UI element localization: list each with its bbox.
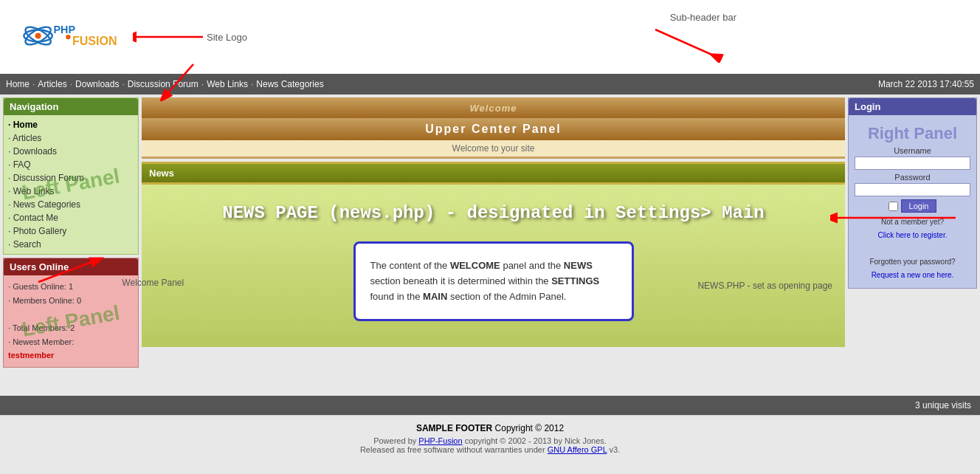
total-members: · Total Members: 2 bbox=[8, 321, 134, 335]
navigation-bar: Home · Articles · Downloads · Discussion… bbox=[0, 74, 980, 95]
nav-item-forum[interactable]: · Discussion Forum bbox=[8, 171, 134, 185]
unique-visits: 3 unique visits bbox=[915, 400, 971, 411]
right-panel-watermark: Right Panel bbox=[855, 121, 970, 146]
svg-text:PHP: PHP bbox=[53, 24, 75, 35]
logo-area: PHP FUSION bbox=[7, 8, 125, 66]
nav-item-newscategories[interactable]: · News Categories bbox=[8, 198, 134, 211]
newsphp-annotation: NEWS.PHP - set as opening page bbox=[697, 281, 832, 291]
news-content-area: NEWS PAGE (news.php) - designated in Set… bbox=[142, 185, 845, 347]
news-page-text: NEWS PAGE (news.php) - designated in Set… bbox=[149, 192, 838, 234]
logo-arrow bbox=[133, 26, 207, 48]
nav-item-articles[interactable]: · Articles bbox=[8, 131, 134, 145]
nav-item-downloads[interactable]: · Downloads bbox=[8, 145, 134, 158]
gnu-link[interactable]: GNU Affero GPL bbox=[548, 445, 607, 454]
right-panel: Login Right Panel Username Password Logi… bbox=[848, 97, 977, 289]
welcome-header: Welcome bbox=[142, 97, 845, 118]
password-input[interactable] bbox=[855, 183, 970, 196]
nav-item-search[interactable]: · Search bbox=[8, 238, 134, 251]
nav-item-contactme[interactable]: · Contact Me bbox=[8, 211, 134, 224]
newest-member: · Newest Member: testmember bbox=[8, 335, 134, 363]
newsphp-arrow bbox=[830, 196, 963, 240]
welcome-panel-annotation: Welcome Panel bbox=[31, 256, 184, 288]
nav-articles[interactable]: Articles bbox=[38, 79, 66, 89]
upper-center-panel-label: Upper Center Panel bbox=[142, 118, 845, 140]
nav-downloads[interactable]: Downloads bbox=[75, 79, 119, 89]
navigation-panel-header: Navigation bbox=[4, 98, 138, 115]
svg-line-11 bbox=[38, 260, 97, 282]
svg-line-8 bbox=[655, 30, 722, 59]
login-panel-header: Login bbox=[849, 98, 976, 115]
username-label: Username bbox=[855, 146, 970, 155]
nav-home[interactable]: Home bbox=[6, 79, 30, 89]
center-panel: Welcome Upper Center Panel Welcome to yo… bbox=[142, 97, 845, 347]
svg-text:FUSION: FUSION bbox=[72, 35, 117, 47]
footer-bottom: SAMPLE FOOTER Copyright © 2012 Powered b… bbox=[0, 415, 980, 461]
svg-line-9 bbox=[164, 64, 193, 97]
subheader-label: Sub-header bar bbox=[670, 12, 736, 23]
site-header: PHP FUSION Site Logo Sub-header bar bbox=[0, 0, 980, 74]
main-layout: Navigation Left Panel · Home · Articles … bbox=[0, 95, 980, 390]
welcome-content-box: The content of the WELCOME panel and the… bbox=[353, 241, 634, 321]
username-input[interactable] bbox=[855, 157, 970, 170]
password-label: Password bbox=[855, 173, 970, 182]
nav-item-photogallery[interactable]: · Photo Gallery bbox=[8, 224, 134, 238]
svg-point-5 bbox=[66, 35, 70, 39]
upper-panel-arrow bbox=[156, 61, 201, 101]
site-logo: PHP FUSION bbox=[7, 8, 125, 63]
welcome-label: Welcome bbox=[470, 103, 517, 114]
site-logo-label: Site Logo bbox=[207, 32, 247, 43]
news-header: News bbox=[142, 162, 845, 185]
nav-weblinks[interactable]: Web Links bbox=[207, 79, 248, 89]
nav-newscategories[interactable]: News Categories bbox=[256, 79, 323, 89]
footer-bar: 3 unique visits bbox=[0, 396, 980, 415]
reset-password-link[interactable]: Request a new one here. bbox=[872, 271, 954, 279]
license-line: Released as free software without warran… bbox=[7, 445, 973, 454]
welcome-panel-arrow bbox=[31, 256, 120, 286]
login-panel: Login Right Panel Username Password Logi… bbox=[848, 97, 977, 289]
nav-item-faq[interactable]: · FAQ bbox=[8, 158, 134, 171]
nav-item-home[interactable]: · Home bbox=[8, 118, 134, 131]
subheader-arrow bbox=[648, 26, 736, 63]
left-panel: Navigation Left Panel · Home · Articles … bbox=[3, 97, 139, 368]
svg-point-3 bbox=[35, 33, 41, 39]
welcome-to-site: Welcome to your site bbox=[142, 140, 845, 159]
phpfusion-link[interactable]: PHP-Fusion bbox=[418, 436, 462, 445]
nav-item-weblinks[interactable]: · Web Links bbox=[8, 185, 134, 198]
sample-footer: SAMPLE FOOTER Copyright © 2012 bbox=[7, 423, 973, 433]
newest-member-link[interactable]: testmember bbox=[8, 351, 54, 360]
navigation-panel: Navigation Left Panel · Home · Articles … bbox=[3, 97, 139, 255]
powered-by: Powered by PHP-Fusion copyright © 2002 -… bbox=[7, 436, 973, 445]
date-display: March 22 2013 17:40:55 bbox=[878, 79, 974, 89]
members-online: · Members Online: 0 bbox=[8, 294, 134, 308]
